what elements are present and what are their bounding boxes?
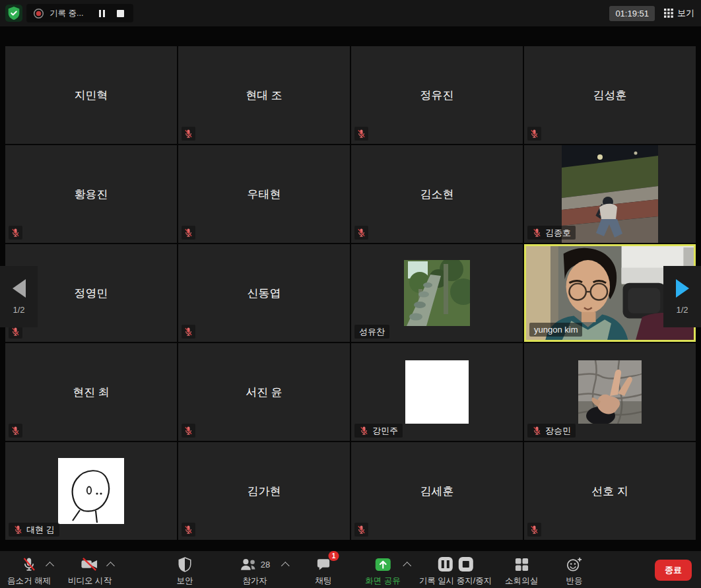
chat-unread-badge: 1 [329, 551, 339, 561]
participant-name-label: 강민주 [354, 424, 403, 438]
record-pause-stop-icon [436, 556, 474, 573]
reactions-icon [566, 556, 583, 573]
participant-tile[interactable]: 김가현 [178, 442, 350, 540]
toolbar-button-camera-muted[interactable]: 비디오 시작 [68, 556, 112, 587]
participant-name: 장승민 [545, 425, 571, 436]
toolbar-button-label: 채팅 [316, 575, 332, 587]
chevron-up-icon[interactable] [403, 562, 411, 570]
participant-tile[interactable]: 정유진 [351, 46, 523, 144]
view-label: 보기 [677, 7, 694, 19]
participant-tile[interactable]: 대현 김 [5, 442, 177, 540]
participant-name: 김세훈 [351, 484, 523, 499]
toolbar-button-shield[interactable]: 보안 [177, 556, 193, 587]
participant-name: 선호 지 [524, 484, 696, 499]
participant-tile[interactable]: 현대 조 [178, 46, 350, 144]
muted-mic-icon [9, 424, 22, 438]
participant-tile[interactable]: 강민주 [351, 343, 523, 441]
record-dot-icon [33, 8, 44, 19]
participants-count: 28 [261, 560, 270, 570]
participant-tile[interactable]: 성유찬 [351, 244, 523, 342]
next-page-button[interactable]: 1/2 [663, 266, 701, 327]
participant-tile[interactable]: 김세훈 [351, 442, 523, 540]
camera-muted-icon [81, 556, 98, 573]
chevron-up-icon[interactable] [106, 562, 115, 570]
participant-avatar-photo-hand [578, 360, 642, 424]
muted-mic-icon [182, 424, 195, 438]
participant-avatar-white-square [405, 360, 469, 424]
muted-mic-icon [527, 523, 541, 537]
meeting-timer: 01:19:51 [609, 6, 655, 21]
participant-name-label: yungon kim [529, 323, 582, 337]
participant-name: 김가현 [178, 484, 350, 499]
toolbar-button-label: 음소거 해제 [7, 575, 51, 587]
muted-mic-icon [182, 226, 195, 240]
toolbar-button-reactions[interactable]: 반응 [566, 556, 583, 587]
participant-name: yungon kim [534, 324, 578, 335]
toolbar-button-label: 반응 [566, 575, 583, 587]
end-meeting-button[interactable]: 종료 [655, 560, 692, 581]
previous-page-button[interactable]: 1/2 [0, 266, 38, 327]
participant-name: 김성훈 [524, 88, 696, 103]
top-bar: 기록 중... 01:19:51 보기 [0, 0, 701, 26]
stop-recording-icon[interactable] [458, 557, 473, 572]
participant-name: 우태현 [178, 187, 350, 202]
participant-tile[interactable]: 지민혁 [5, 46, 177, 144]
toolbar-button-label: 기록 일시 중지/중지 [419, 575, 492, 587]
participant-tile[interactable]: 선호 지 [524, 442, 696, 540]
participant-tile[interactable]: 서진 윤 [178, 343, 350, 441]
chevron-up-icon[interactable] [281, 562, 290, 570]
view-button[interactable]: 보기 [664, 7, 694, 19]
toolbar-button-label: 소회의실 [505, 575, 538, 587]
participant-name: 정유진 [351, 88, 523, 103]
toolbar-button-breakout-rooms[interactable]: 소회의실 [505, 556, 538, 587]
muted-mic-icon [182, 325, 195, 339]
participant-name: 지민혁 [5, 88, 177, 103]
participant-avatar-photo-forest [404, 260, 470, 326]
toolbar-button-label: 비디오 시작 [68, 575, 112, 587]
participant-tile[interactable]: 장승민 [524, 343, 696, 441]
toolbar-button-chat[interactable]: 1채팅 [316, 556, 332, 587]
participant-name: 김소현 [351, 187, 523, 202]
participant-name: 성유찬 [359, 326, 385, 337]
participant-tile[interactable]: 신동엽 [178, 244, 350, 342]
breakout-rooms-icon [514, 556, 529, 573]
participant-tile[interactable]: 황용진 [5, 145, 177, 243]
chevron-up-icon[interactable] [46, 562, 54, 570]
recording-label: 기록 중... [50, 8, 83, 19]
pause-recording-icon[interactable] [438, 557, 452, 572]
toolbar-button-record-pause-stop[interactable]: 기록 일시 중지/중지 [419, 556, 492, 587]
page-indicator: 1/2 [676, 305, 688, 315]
participant-name: 김종호 [545, 227, 571, 238]
participant-tile[interactable]: 김종호 [524, 145, 696, 243]
page-indicator: 1/2 [13, 305, 24, 315]
toolbar-button-mic-muted[interactable]: 음소거 해제 [7, 556, 51, 587]
shield-icon [178, 556, 192, 573]
grid-view-icon [664, 9, 673, 18]
toolbar-button-label: 참가자 [242, 575, 267, 587]
share-screen-icon [374, 556, 391, 573]
toolbar-button-participants[interactable]: 28참가자 [240, 556, 270, 587]
participant-tile[interactable]: 우태현 [178, 145, 350, 243]
participant-name: 신동엽 [178, 286, 350, 301]
arrow-right-icon [676, 279, 689, 298]
recording-indicator: 기록 중... [26, 4, 133, 22]
chat-icon: 1 [316, 556, 332, 573]
recording-pause-button[interactable] [98, 10, 106, 17]
participant-tile[interactable]: 김소현 [351, 145, 523, 243]
muted-mic-icon [9, 226, 22, 240]
participant-name: 현진 최 [5, 385, 177, 400]
participant-tile[interactable]: 현진 최 [5, 343, 177, 441]
meeting-security-shield-icon[interactable] [5, 5, 22, 22]
muted-mic-icon [359, 426, 369, 436]
toolbar-button-share-screen[interactable]: 화면 공유 [365, 556, 400, 587]
muted-mic-icon [354, 127, 368, 141]
participant-name: 서진 윤 [178, 385, 350, 400]
participant-tile[interactable]: 김성훈 [524, 46, 696, 144]
participant-name: 대현 김 [26, 524, 55, 535]
participant-name-label: 김종호 [527, 226, 576, 240]
bottom-toolbar: 종료 음소거 해제비디오 시작보안28참가자1채팅화면 공유기록 일시 중지/중… [0, 551, 701, 588]
participant-avatar-photo-night [562, 145, 658, 243]
muted-mic-icon [182, 127, 195, 141]
recording-stop-button[interactable] [117, 10, 124, 17]
participant-name-label: 성유찬 [354, 325, 389, 339]
